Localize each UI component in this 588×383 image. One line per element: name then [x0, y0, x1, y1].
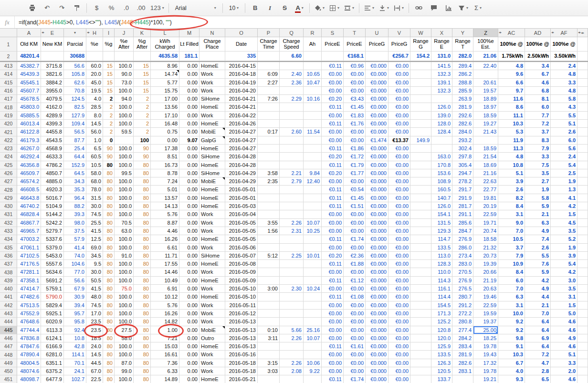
cell[interactable]: 0.00: [179, 235, 200, 243]
cell[interactable]: 4162.0: [41, 103, 64, 111]
cell[interactable]: €0.000: [366, 285, 388, 293]
cell[interactable]: [410, 194, 431, 202]
column-header[interactable]: W: [410, 29, 431, 37]
cell[interactable]: [304, 120, 322, 128]
cell[interactable]: 25.00: [473, 326, 498, 334]
cell[interactable]: 11.3: [498, 145, 525, 153]
cell[interactable]: %e: [86, 37, 103, 52]
cell[interactable]: 2016-05-16: [225, 351, 258, 359]
row-header[interactable]: 420: [0, 120, 17, 128]
cell[interactable]: 0.00: [179, 103, 200, 111]
cell[interactable]: 45607.7: [17, 87, 41, 95]
cell[interactable]: 2: [103, 95, 115, 103]
cell[interactable]: [304, 161, 322, 169]
cell[interactable]: 2016-05-13: [225, 326, 258, 334]
cell[interactable]: 48201.4: [17, 52, 41, 61]
cell[interactable]: 18.59: [473, 145, 498, 153]
cell[interactable]: 10.8: [64, 334, 86, 342]
cell[interactable]: [258, 112, 280, 120]
cell[interactable]: [258, 202, 280, 210]
cell[interactable]: [410, 202, 431, 210]
cell[interactable]: 58.0: [115, 334, 134, 342]
cell[interactable]: 100.0: [115, 310, 134, 318]
cell[interactable]: Work: [200, 227, 225, 235]
cell[interactable]: Work: [200, 244, 225, 252]
cell[interactable]: €0.000: [366, 367, 388, 375]
cell[interactable]: 47176.5: [17, 260, 41, 268]
cell[interactable]: €0.11: [322, 202, 344, 210]
cell[interactable]: 14.89: [151, 375, 179, 383]
row-header[interactable]: 446: [0, 334, 17, 342]
cell[interactable]: 0.00: [179, 227, 200, 235]
cell[interactable]: GalpG: [200, 136, 225, 145]
cell[interactable]: €0.00: [388, 95, 410, 103]
cell[interactable]: 75.0: [115, 285, 134, 293]
cell[interactable]: 73.0: [115, 79, 134, 87]
cell[interactable]: 6.9: [525, 334, 551, 342]
cell[interactable]: €1.83: [344, 112, 366, 120]
cell[interactable]: 18.97: [473, 103, 498, 111]
row-header[interactable]: 448: [0, 351, 17, 359]
hidden-columns-indicator[interactable]: ◂▸: [499, 31, 501, 34]
cell[interactable]: 100.0: [115, 145, 134, 153]
cell[interactable]: €0.000: [366, 120, 388, 128]
cell[interactable]: €0.00: [322, 244, 344, 252]
cell[interactable]: [258, 268, 280, 276]
cell[interactable]: 6.5: [525, 375, 551, 383]
cell[interactable]: 8.87: [151, 219, 179, 227]
cell[interactable]: 7.21: [151, 334, 179, 342]
cell[interactable]: 100.0: [115, 120, 134, 128]
cell[interactable]: 96.4: [64, 194, 86, 202]
cell[interactable]: €0.11: [322, 277, 344, 285]
cell[interactable]: [410, 268, 431, 276]
cell[interactable]: 10.01: [304, 252, 322, 260]
column-header[interactable]: AF◂▸: [551, 29, 578, 37]
cell[interactable]: 0.00: [179, 285, 200, 293]
cell[interactable]: €0.00: [388, 293, 410, 301]
cell[interactable]: 132.3: [431, 70, 452, 78]
cell[interactable]: 17.00: [151, 95, 179, 103]
cell[interactable]: 2016-05-10: [225, 293, 258, 301]
cell[interactable]: 25.5: [86, 219, 103, 227]
cell[interactable]: 19.59: [473, 310, 498, 318]
cell[interactable]: 3.1: [498, 210, 525, 218]
cell[interactable]: €0.00: [388, 326, 410, 334]
cell[interactable]: 171.3: [431, 310, 452, 318]
cell[interactable]: 8.4: [498, 268, 525, 276]
cell[interactable]: 70.5: [115, 219, 134, 227]
cell[interactable]: HomeE: [200, 260, 225, 268]
cell[interactable]: 5144.2: [41, 210, 64, 218]
cell[interactable]: 2016-04-15: [225, 62, 258, 70]
cell[interactable]: [258, 351, 280, 359]
cell[interactable]: €0.00: [388, 103, 410, 111]
cell[interactable]: 276.5: [452, 285, 473, 293]
cell[interactable]: 2016-04-29: [225, 169, 258, 177]
cell[interactable]: 58.0: [86, 169, 103, 177]
cell[interactable]: [304, 87, 322, 95]
cell[interactable]: 63.0: [115, 227, 134, 235]
cell[interactable]: 10.07: [304, 219, 322, 227]
cell[interactable]: [304, 210, 322, 218]
cell[interactable]: 47890.4: [17, 351, 41, 359]
cell[interactable]: 4.0: [498, 367, 525, 375]
cell[interactable]: €0.00: [388, 219, 410, 227]
cell[interactable]: 80: [103, 359, 115, 367]
cell[interactable]: [304, 277, 322, 285]
cell[interactable]: €0.000: [366, 194, 388, 202]
cell[interactable]: 0.00: [179, 244, 200, 252]
cell[interactable]: [410, 367, 431, 375]
cell[interactable]: €0.000: [366, 310, 388, 318]
cell[interactable]: 35.3: [64, 186, 86, 194]
column-dropdown-icon[interactable]: ▾: [74, 31, 76, 35]
cell[interactable]: 14.46: [151, 268, 179, 276]
cell[interactable]: €0.000: [366, 334, 388, 342]
cell[interactable]: 42.8: [64, 342, 86, 351]
cell[interactable]: 60.0: [86, 62, 103, 70]
cell[interactable]: 2: [103, 120, 115, 128]
cell[interactable]: €0.00: [388, 359, 410, 367]
row-header[interactable]: 437: [0, 260, 17, 268]
cell[interactable]: 2016-04-28: [225, 161, 258, 169]
cell[interactable]: 2: [134, 95, 151, 103]
cell[interactable]: 3:55: [258, 219, 280, 227]
cell[interactable]: [410, 301, 431, 310]
